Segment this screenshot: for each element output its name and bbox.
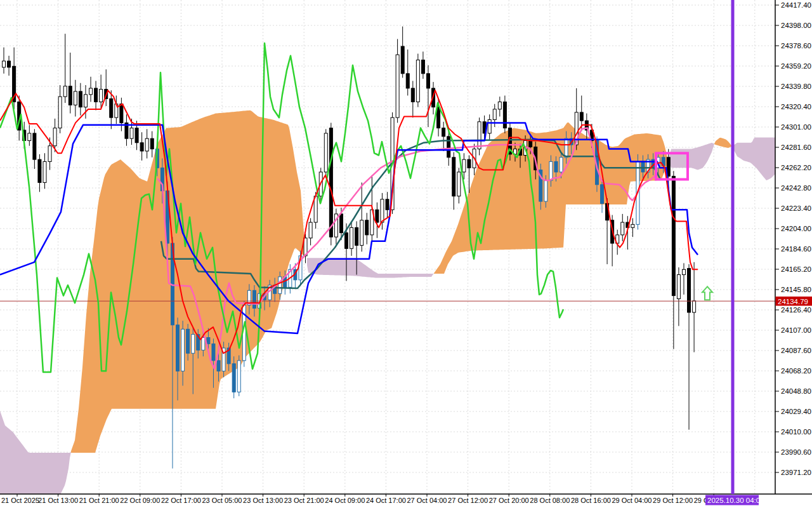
candle <box>386 192 389 218</box>
y-axis-label: 24087.60 <box>781 347 811 354</box>
candle <box>79 83 82 116</box>
candle <box>95 81 98 110</box>
candle-body <box>360 220 363 246</box>
candle-body <box>43 161 46 182</box>
candle-body <box>339 214 343 233</box>
y-axis-label: 24048.80 <box>781 387 811 395</box>
candle-body <box>120 104 123 123</box>
x-axis-label: 21 Oct 21:00 <box>79 497 119 504</box>
candle <box>145 129 148 158</box>
y-axis-label: 24029.40 <box>781 408 811 415</box>
x-axis-label: 28 Oct 08:00 <box>530 497 570 504</box>
candle-body <box>376 210 379 222</box>
candle <box>406 50 409 96</box>
candle <box>478 117 481 155</box>
candle-body <box>207 338 210 344</box>
candle-body <box>381 199 384 222</box>
candle <box>631 218 634 237</box>
candle <box>120 98 123 131</box>
candle-body <box>324 133 327 172</box>
candle <box>140 132 143 161</box>
candle <box>452 152 455 210</box>
y-axis-label: 23990.60 <box>781 448 811 456</box>
cloud-bullish <box>714 138 732 148</box>
candle <box>324 129 327 178</box>
candle-body <box>554 161 558 171</box>
candle-body <box>8 61 11 67</box>
candle <box>100 75 103 109</box>
candle <box>585 114 588 140</box>
candle <box>105 69 108 106</box>
candle-body <box>493 109 496 119</box>
candle <box>74 80 77 117</box>
candle-body <box>365 220 369 235</box>
candle-body <box>457 172 461 196</box>
candle-body <box>437 107 440 128</box>
plot-area <box>0 0 775 508</box>
candle <box>416 54 419 107</box>
x-axis-label: 23 Oct 05:00 <box>202 497 242 504</box>
y-axis-label: 24126.40 <box>781 306 811 314</box>
candle-body <box>478 122 481 149</box>
candle <box>411 81 414 117</box>
candle <box>237 356 240 396</box>
y-axis-label: 24204.00 <box>781 225 811 232</box>
candle <box>3 48 6 74</box>
candle-body <box>140 143 143 151</box>
candle-body <box>53 128 56 146</box>
candle <box>601 179 604 213</box>
candle <box>334 209 337 244</box>
candle <box>488 114 491 140</box>
overlays <box>656 0 733 494</box>
candle-body <box>421 60 424 73</box>
cloud-bullish <box>71 110 307 453</box>
cloud-bearish <box>732 138 775 181</box>
candle-body <box>278 277 282 293</box>
candle-body <box>145 138 148 151</box>
up-arrow-icon <box>702 286 712 300</box>
y-axis-label: 24184.60 <box>781 245 811 253</box>
x-axis-label: 27 Oct 20:00 <box>489 497 529 504</box>
candle-body <box>468 159 471 168</box>
candle-body <box>406 74 409 88</box>
candle <box>360 182 363 251</box>
x-axis-label: 27 Oct 04:00 <box>407 497 447 504</box>
x-axis-label: 23 Oct 21:00 <box>284 497 324 504</box>
price-chart-canvas[interactable]: 24417.4024398.0024378.6024359.2024339.80… <box>0 0 812 508</box>
candle <box>442 122 445 151</box>
candle-body <box>79 91 82 107</box>
candle <box>365 213 369 244</box>
y-axis-label: 24262.20 <box>781 164 811 171</box>
vline-time-label: 2025.10.30 04:00 <box>707 497 764 504</box>
candle <box>421 51 424 79</box>
candle <box>396 39 399 123</box>
candle-body <box>74 91 77 105</box>
current-price-label: 24134.79 <box>778 298 808 305</box>
candle <box>150 131 154 157</box>
candle <box>688 264 691 430</box>
candle-body <box>84 95 87 107</box>
candle-body <box>192 335 195 354</box>
candle <box>457 168 461 203</box>
candle-body <box>682 269 685 274</box>
x-axis-label: 29 Oct 04:00 <box>612 497 652 504</box>
candle-body <box>252 290 256 308</box>
candle-body <box>38 159 41 182</box>
trading-chart-window: 24417.4024398.0024378.6024359.2024339.80… <box>0 0 812 508</box>
candle-body <box>232 364 235 392</box>
candle <box>503 96 506 133</box>
x-axis-label: 23 Oct 13:00 <box>243 497 283 504</box>
y-axis-label: 24281.60 <box>781 144 811 151</box>
candle-body <box>355 227 358 245</box>
candle-body <box>693 301 696 312</box>
candle-body <box>416 60 419 102</box>
x-axis-label: 22 Oct 17:00 <box>161 497 201 504</box>
cloud-bearish <box>0 411 71 508</box>
candle <box>43 153 46 189</box>
candle-body <box>3 61 6 67</box>
candle-body <box>100 90 103 102</box>
candle <box>401 27 404 78</box>
candle <box>89 77 93 102</box>
x-axis-label: 21 Oct 2025 <box>1 497 39 504</box>
candle <box>350 222 353 256</box>
